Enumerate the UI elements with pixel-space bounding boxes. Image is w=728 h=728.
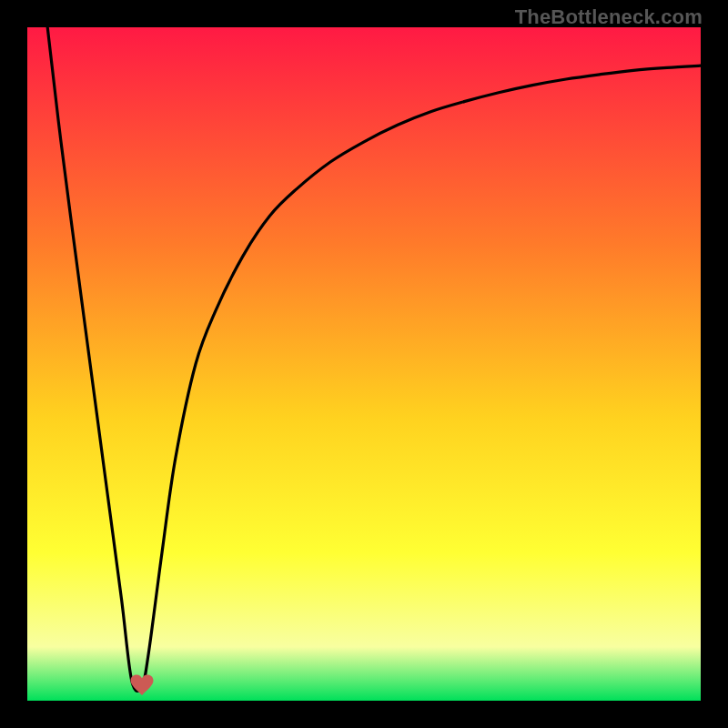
chart-frame: TheBottleneck.com (0, 0, 728, 728)
bottleneck-curve (27, 27, 701, 701)
watermark-text: TheBottleneck.com (515, 5, 703, 29)
plot-area (27, 27, 701, 701)
